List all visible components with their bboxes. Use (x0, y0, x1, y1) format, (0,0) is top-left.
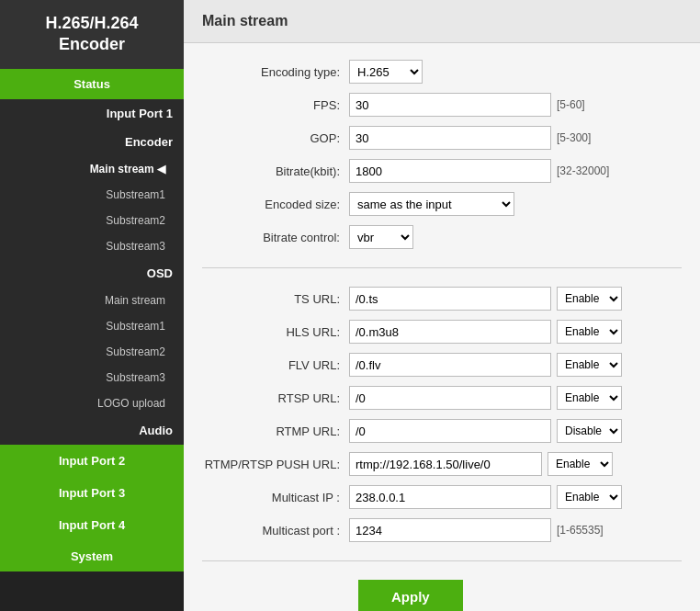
page-title: Main stream (202, 13, 288, 28)
multicast-ip-input[interactable] (349, 485, 551, 509)
fps-hint: [5-60] (557, 98, 585, 111)
bitrate-control-label: Bitrate control: (202, 231, 349, 244)
rtsp-enable-select[interactable]: Enable Disable (557, 386, 622, 410)
encoded-size-select[interactable]: same as the input 1920x1080 1280x720 720… (349, 192, 514, 216)
encoding-type-row: Encoding type: H.265 H.264 (202, 60, 682, 84)
osd-header: OSD (0, 259, 184, 288)
multicast-ip-row: Multicast IP : Enable Disable (202, 485, 682, 509)
multicast-ip-label: Multicast IP : (202, 491, 349, 504)
logo-line2: Encoder (59, 35, 125, 53)
content-area: Encoding type: H.265 H.264 FPS: [5-60] G… (184, 43, 700, 611)
multicast-port-input[interactable] (349, 518, 551, 542)
sidebar: H.265/H.264 Encoder Status Input Port 1 … (0, 0, 184, 611)
osd-substream2-item[interactable]: Substream2 (0, 339, 184, 365)
encoded-size-label: Encoded size: (202, 198, 349, 211)
section-divider-1 (202, 267, 682, 268)
gop-hint: [5-300] (557, 131, 591, 144)
status-button[interactable]: Status (0, 69, 184, 99)
osd-main-stream-item[interactable]: Main stream (0, 288, 184, 313)
fps-input[interactable] (349, 93, 551, 117)
apply-button[interactable]: Apply (358, 580, 463, 611)
section-divider-2 (202, 560, 682, 561)
flv-url-row: FLV URL: Enable Disable (202, 353, 682, 377)
hls-url-row: HLS URL: Enable Disable (202, 320, 682, 344)
hls-url-label: HLS URL: (202, 325, 349, 339)
encoding-type-select[interactable]: H.265 H.264 (349, 60, 423, 84)
rtmp-url-label: RTMP URL: (202, 424, 349, 438)
audio-header: Audio (0, 416, 184, 445)
multicast-ip-enable-select[interactable]: Enable Disable (557, 485, 622, 509)
multicast-port-hint: [1-65535] (557, 524, 604, 537)
osd-substream1-item[interactable]: Substream1 (0, 313, 184, 339)
rtmp-rtsp-push-enable-select[interactable]: Enable Disable (548, 452, 613, 476)
input-port-3-button[interactable]: Input Port 3 (0, 477, 184, 509)
hls-url-input[interactable] (349, 320, 551, 344)
input-port-1-label: Input Port 1 (107, 107, 173, 120)
system-button[interactable]: System (0, 541, 184, 571)
bitrate-hint: [32-32000] (557, 164, 609, 177)
flv-enable-select[interactable]: Enable Disable (557, 353, 622, 377)
bitrate-label: Bitrate(kbit): (202, 164, 349, 178)
input-port-1-section: Input Port 1 (0, 99, 184, 128)
osd-substream3-item[interactable]: Substream3 (0, 365, 184, 390)
logo-line1: H.265/H.264 (45, 14, 138, 32)
ts-url-row: TS URL: Enable Disable (202, 287, 682, 311)
encoder-header: Encoder (0, 128, 184, 156)
substream3-item[interactable]: Substream3 (0, 233, 184, 259)
bitrate-control-select[interactable]: vbr cbr (349, 225, 413, 249)
bitrate-row: Bitrate(kbit): [32-32000] (202, 159, 682, 183)
rtmp-rtsp-push-url-row: RTMP/RTSP PUSH URL: Enable Disable (202, 452, 682, 476)
substream1-item[interactable]: Substream1 (0, 182, 184, 208)
flv-url-input[interactable] (349, 353, 551, 377)
rtsp-url-row: RTSP URL: Enable Disable (202, 386, 682, 410)
fps-row: FPS: [5-60] (202, 93, 682, 117)
ts-enable-select[interactable]: Enable Disable (557, 287, 622, 311)
main-content: Main stream Encoding type: H.265 H.264 F… (184, 0, 700, 611)
input-port-4-button[interactable]: Input Port 4 (0, 509, 184, 541)
rtmp-url-input[interactable] (349, 419, 551, 443)
app-logo: H.265/H.264 Encoder (0, 0, 184, 69)
rtmp-rtsp-push-url-label: RTMP/RTSP PUSH URL: (202, 458, 349, 471)
flv-url-label: FLV URL: (202, 358, 349, 372)
hls-enable-select[interactable]: Enable Disable (557, 320, 622, 344)
multicast-port-row: Multicast port : [1-65535] (202, 518, 682, 542)
encoding-type-label: Encoding type: (202, 65, 349, 79)
rtmp-url-row: RTMP URL: Disable Enable (202, 419, 682, 443)
rtsp-url-input[interactable] (349, 386, 551, 410)
fps-label: FPS: (202, 98, 349, 112)
substream2-item[interactable]: Substream2 (0, 208, 184, 233)
ts-url-label: TS URL: (202, 292, 349, 306)
ts-url-input[interactable] (349, 287, 551, 311)
encoded-size-row: Encoded size: same as the input 1920x108… (202, 192, 682, 216)
multicast-port-label: Multicast port : (202, 524, 349, 537)
input-port-2-button[interactable]: Input Port 2 (0, 445, 184, 477)
logo-upload-item[interactable]: LOGO upload (0, 390, 184, 416)
main-stream-item[interactable]: Main stream (0, 156, 184, 182)
gop-input[interactable] (349, 126, 551, 150)
main-header: Main stream (184, 0, 700, 43)
rtmp-enable-select[interactable]: Disable Enable (557, 419, 622, 443)
rtsp-url-label: RTSP URL: (202, 391, 349, 405)
gop-label: GOP: (202, 131, 349, 145)
rtmp-rtsp-push-url-input[interactable] (349, 452, 542, 476)
gop-row: GOP: [5-300] (202, 126, 682, 150)
bitrate-control-row: Bitrate control: vbr cbr (202, 225, 682, 249)
bitrate-input[interactable] (349, 159, 551, 183)
